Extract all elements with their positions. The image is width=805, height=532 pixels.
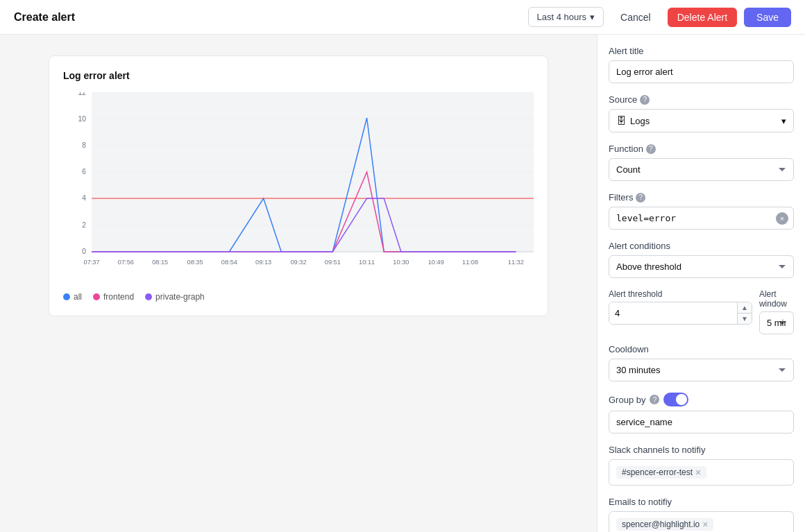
group-by-input[interactable] xyxy=(609,411,794,434)
source-help-icon[interactable]: ? xyxy=(640,95,650,105)
database-icon: 🗄 xyxy=(616,115,626,126)
email-value: spencer@highlight.io xyxy=(622,520,700,529)
chart-svg: 12 10 8 6 4 2 0 07:37 07:56 08:15 08:35 … xyxy=(63,92,534,273)
filters-label: Filters ? xyxy=(609,192,794,203)
chart-card: Log error alert 12 10 8 xyxy=(49,55,548,316)
group-by-help-icon[interactable]: ? xyxy=(650,395,659,404)
slack-channel-name: #spencer-error-test xyxy=(622,467,693,477)
svg-text:08:35: 08:35 xyxy=(187,259,203,266)
function-select[interactable]: Count xyxy=(609,158,794,181)
svg-text:07:37: 07:37 xyxy=(84,259,100,266)
source-select-wrapper: 🗄 Logs ▾ xyxy=(609,109,794,132)
cancel-button[interactable]: Cancel xyxy=(611,8,661,27)
alert-conditions-select[interactable]: Above threshold xyxy=(609,255,794,278)
svg-text:0: 0 xyxy=(82,248,86,255)
source-value: Logs xyxy=(630,116,650,126)
alert-title-input[interactable] xyxy=(609,60,794,83)
function-group: Function ? Count xyxy=(609,144,794,181)
cooldown-select[interactable]: 30 minutes xyxy=(609,359,794,381)
chart-legend: all frontend private-graph xyxy=(63,292,534,302)
main-layout: Log error alert 12 10 8 xyxy=(0,35,805,532)
svg-text:09:13: 09:13 xyxy=(255,259,271,266)
slack-tag-close[interactable]: × xyxy=(695,467,701,477)
legend-dot-private xyxy=(145,293,152,300)
emails-label: Emails to notifiy xyxy=(609,497,794,507)
time-range-button[interactable]: Last 4 hours ▾ xyxy=(528,7,604,27)
alert-threshold-input[interactable] xyxy=(609,302,737,324)
svg-text:2: 2 xyxy=(82,221,86,229)
source-chevron-icon: ▾ xyxy=(781,116,786,126)
filter-clear-button[interactable]: × xyxy=(776,212,788,225)
svg-text:8: 8 xyxy=(82,141,86,149)
legend-item-private-graph: private-graph xyxy=(145,292,205,302)
svg-text:4: 4 xyxy=(82,194,86,202)
email-tag: spencer@highlight.io × xyxy=(616,518,713,531)
function-label: Function ? xyxy=(609,144,794,154)
svg-text:10:11: 10:11 xyxy=(359,259,375,266)
legend-label-all: all xyxy=(74,292,82,302)
cooldown-group: Cooldown 30 minutes xyxy=(609,344,794,381)
svg-text:11:32: 11:32 xyxy=(508,259,524,266)
alert-conditions-group: Alert conditions Above threshold xyxy=(609,241,794,278)
top-bar: Create alert Last 4 hours ▾ Cancel Delet… xyxy=(0,0,805,35)
stepper-buttons: ▲ ▼ xyxy=(737,302,752,324)
chevron-down-icon: ▾ xyxy=(590,12,595,22)
threshold-row: Alert threshold ▲ ▼ Alert window 5 minut… xyxy=(609,289,794,334)
stepper-up-button[interactable]: ▲ xyxy=(738,302,752,314)
source-label: Source ? xyxy=(609,94,794,105)
svg-text:10: 10 xyxy=(78,115,86,123)
group-by-group: Group by ? xyxy=(609,393,794,434)
filters-help-icon[interactable]: ? xyxy=(636,193,645,203)
emails-group: Emails to notifiy spencer@highlight.io × xyxy=(609,497,794,532)
chart-panel: Log error alert 12 10 8 xyxy=(0,35,597,532)
save-button[interactable]: Save xyxy=(744,8,791,27)
group-by-toggle[interactable] xyxy=(663,393,688,406)
group-by-label: Group by xyxy=(609,395,645,405)
alert-title-group: Alert title xyxy=(609,46,794,83)
group-by-row: Group by ? xyxy=(609,393,794,406)
alert-title-label: Alert title xyxy=(609,46,794,56)
toggle-slider xyxy=(663,393,688,406)
svg-text:10:49: 10:49 xyxy=(428,259,444,266)
alert-threshold-label: Alert threshold xyxy=(609,289,752,299)
svg-text:11:08: 11:08 xyxy=(462,259,478,266)
filters-group: Filters ? × xyxy=(609,192,794,230)
time-range-label: Last 4 hours xyxy=(537,12,587,22)
legend-dot-all xyxy=(63,293,70,300)
slack-channels-label: Slack channels to notifiy xyxy=(609,445,794,455)
function-help-icon[interactable]: ? xyxy=(646,144,656,154)
cooldown-label: Cooldown xyxy=(609,344,794,354)
chart-area: 12 10 8 6 4 2 0 07:37 07:56 08:15 08:35 … xyxy=(63,92,534,286)
stepper-down-button[interactable]: ▼ xyxy=(738,314,752,324)
emails-input[interactable]: spencer@highlight.io × xyxy=(609,511,794,532)
svg-text:08:15: 08:15 xyxy=(152,259,168,266)
svg-text:12: 12 xyxy=(78,92,86,96)
svg-text:6: 6 xyxy=(82,168,86,175)
svg-text:09:51: 09:51 xyxy=(325,259,341,266)
right-panel: Alert title Source ? 🗄 Logs ▾ Function xyxy=(597,35,805,532)
legend-item-frontend: frontend xyxy=(93,292,134,302)
svg-text:10:30: 10:30 xyxy=(393,259,409,266)
alert-conditions-label: Alert conditions xyxy=(609,241,794,251)
slack-channels-group: Slack channels to notifiy #spencer-error… xyxy=(609,445,794,486)
filter-input-wrapper: × xyxy=(609,207,794,230)
svg-text:07:56: 07:56 xyxy=(118,259,134,266)
alert-window-label: Alert window xyxy=(759,289,794,309)
email-tag-close[interactable]: × xyxy=(702,520,708,529)
legend-dot-frontend xyxy=(93,293,100,300)
top-bar-actions: Last 4 hours ▾ Cancel Delete Alert Save xyxy=(528,7,791,27)
chart-title: Log error alert xyxy=(63,70,534,81)
filters-input[interactable] xyxy=(609,207,794,230)
svg-text:09:32: 09:32 xyxy=(290,259,306,266)
legend-label-frontend: frontend xyxy=(103,292,134,302)
source-group: Source ? 🗄 Logs ▾ xyxy=(609,94,794,132)
source-select[interactable]: 🗄 Logs ▾ xyxy=(609,109,794,132)
slack-tag: #spencer-error-test × xyxy=(616,466,706,479)
legend-label-private: private-graph xyxy=(155,292,205,302)
delete-alert-button[interactable]: Delete Alert xyxy=(668,8,737,27)
stepper-wrapper: ▲ ▼ xyxy=(609,302,752,325)
legend-item-all: all xyxy=(63,292,82,302)
slack-channels-input[interactable]: #spencer-error-test × xyxy=(609,459,794,486)
alert-window-select[interactable]: 5 minutes xyxy=(759,311,794,334)
alert-window-group: Alert window 5 minutes xyxy=(759,289,794,334)
